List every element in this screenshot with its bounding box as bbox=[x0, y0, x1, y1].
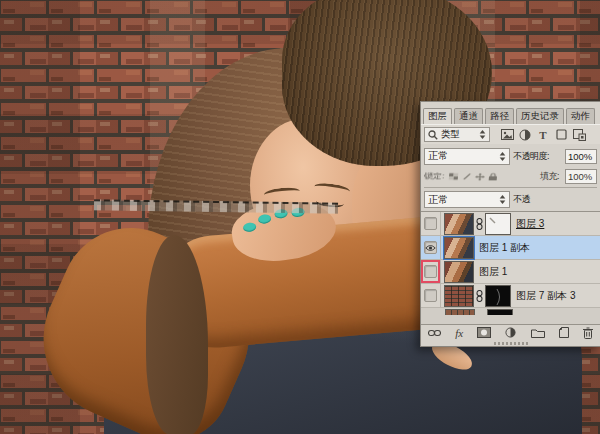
layer-name[interactable]: 图层 3 bbox=[516, 217, 544, 231]
filter-kind-label: 类型 bbox=[441, 128, 460, 141]
layer-row-layer3[interactable]: 图层 3 bbox=[421, 212, 600, 236]
visibility-toggle[interactable] bbox=[421, 284, 441, 307]
lock-all-padlock-icon[interactable] bbox=[488, 173, 497, 181]
add-layer-mask-icon[interactable] bbox=[477, 327, 491, 338]
lock-position-move-icon[interactable] bbox=[474, 173, 485, 181]
pixel-layer-filter-icon[interactable] bbox=[500, 128, 514, 142]
woman-eyebrow-left bbox=[264, 186, 301, 200]
tab-history[interactable]: 历史记录 bbox=[516, 108, 564, 124]
panel-footer-toolbar: fx bbox=[421, 324, 600, 340]
updown-arrows-icon bbox=[499, 152, 506, 161]
blend-mode-row: 正常 不透明度: 100% bbox=[424, 146, 597, 166]
woman-eyebrow-right bbox=[313, 182, 350, 197]
layer-style-fx-icon[interactable]: fx bbox=[455, 327, 463, 339]
layer-mask-thumbnail-black[interactable] bbox=[485, 285, 511, 307]
layer-name[interactable]: 图层 1 副本 bbox=[479, 241, 530, 255]
empty-eye-well bbox=[424, 289, 437, 302]
layer-row-layer1-copy[interactable]: 图层 1 副本 bbox=[421, 236, 600, 260]
new-adjustment-layer-icon[interactable] bbox=[505, 327, 516, 338]
new-group-folder-icon[interactable] bbox=[531, 328, 545, 338]
layer-row-partial[interactable] bbox=[421, 308, 600, 324]
adjustment-layer-filter-icon[interactable] bbox=[518, 128, 532, 142]
updown-arrows-icon bbox=[499, 195, 506, 204]
layer-thumbnail[interactable] bbox=[444, 261, 474, 283]
mask-link-icon[interactable] bbox=[474, 218, 485, 230]
fill-value-field[interactable]: 100% bbox=[565, 169, 597, 184]
layer-row-layer7-copy3[interactable]: 图层 7 副本 3 bbox=[421, 284, 600, 308]
partial-thumbnail bbox=[445, 309, 475, 315]
new-layer-icon[interactable] bbox=[559, 327, 569, 338]
teal-fingernail bbox=[258, 214, 272, 225]
filter-kind-select[interactable]: 类型 bbox=[424, 127, 490, 142]
smart-object-filter-icon[interactable] bbox=[572, 128, 586, 142]
tab-actions[interactable]: 动作 bbox=[566, 108, 595, 124]
search-icon bbox=[428, 130, 438, 140]
lock-row: 锁定: 填充: 100% bbox=[424, 168, 597, 185]
partial-mask-thumbnail bbox=[487, 309, 513, 315]
layer-row-layer1[interactable]: 图层 1 bbox=[421, 260, 600, 284]
visibility-toggle[interactable] bbox=[421, 212, 441, 235]
layer-thumbnail[interactable] bbox=[444, 213, 474, 235]
eye-icon bbox=[425, 244, 436, 252]
layer-list: 图层 3 图层 1 副本 图层 1 bbox=[421, 211, 600, 324]
updown-arrows-icon bbox=[479, 130, 486, 139]
empty-eye-well bbox=[424, 265, 437, 278]
shape-layer-filter-icon[interactable] bbox=[554, 128, 568, 142]
type-layer-filter-icon[interactable]: T bbox=[536, 128, 550, 142]
opacity-value-field[interactable]: 100% bbox=[565, 149, 597, 164]
eye-well bbox=[424, 241, 437, 254]
layers-panel: 图层 通道 路径 历史记录 动作 类型 T bbox=[420, 101, 600, 347]
blend-mode-value: 正常 bbox=[428, 149, 499, 163]
fill-label: 填充: bbox=[540, 170, 559, 183]
blend-mode-select-2[interactable]: 正常 bbox=[424, 191, 510, 208]
layer-name[interactable]: 图层 7 副本 3 bbox=[516, 289, 575, 303]
link-layers-icon[interactable] bbox=[428, 329, 441, 337]
layer-name[interactable]: 图层 1 bbox=[479, 265, 507, 279]
opacity-label: 不透明度: bbox=[513, 150, 549, 163]
empty-eye-well bbox=[424, 217, 437, 230]
layer-mask-thumbnail-white[interactable] bbox=[485, 213, 511, 235]
mask-link-icon[interactable] bbox=[474, 290, 485, 302]
visibility-toggle[interactable] bbox=[421, 236, 441, 259]
screenshot-stage: 图层 通道 路径 历史记录 动作 类型 T bbox=[0, 0, 600, 434]
tab-channels[interactable]: 通道 bbox=[454, 108, 483, 124]
tab-layers[interactable]: 图层 bbox=[423, 108, 452, 124]
opacity-label-truncated: 不透 bbox=[513, 193, 530, 206]
delete-layer-trash-icon[interactable] bbox=[583, 327, 593, 339]
lock-pixels-brush-icon[interactable] bbox=[461, 173, 471, 181]
blend-mode-select[interactable]: 正常 bbox=[424, 148, 510, 165]
teal-fingernail bbox=[243, 222, 257, 233]
lock-controls-garbled: 锁定: bbox=[424, 171, 497, 181]
panel-resize-grip[interactable] bbox=[421, 340, 600, 346]
lock-label: 锁定: bbox=[424, 171, 445, 181]
layer-thumbnail[interactable] bbox=[444, 285, 474, 307]
layer-filter-row: 类型 T bbox=[421, 124, 600, 144]
blend-mode-value-2: 正常 bbox=[428, 193, 499, 207]
panel-tab-bar: 图层 通道 路径 历史记录 动作 bbox=[421, 108, 600, 124]
tab-paths[interactable]: 路径 bbox=[485, 108, 514, 124]
visibility-toggle-red-annotated[interactable] bbox=[421, 260, 441, 283]
lock-transparency-icon[interactable] bbox=[448, 173, 458, 180]
layer-thumbnail[interactable] bbox=[444, 237, 474, 259]
overlapping-blend-mode-row: 正常 不透 bbox=[424, 187, 597, 209]
